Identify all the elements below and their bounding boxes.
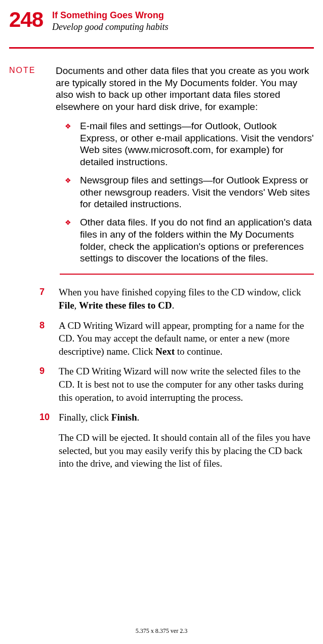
section-title: Develop good computing habits <box>52 21 168 33</box>
page-header: 248 If Something Goes Wrong Develop good… <box>9 9 314 33</box>
note-item-text: E-mail files and settings—for Outlook, O… <box>80 120 314 168</box>
page-container: 248 If Something Goes Wrong Develop good… <box>0 0 323 470</box>
note-list: ❖ E-mail files and settings—for Outlook,… <box>56 120 314 264</box>
step-text-part: . <box>172 300 174 311</box>
step-10: 10 Finally, click Finish. <box>39 411 314 424</box>
step-8: 8 A CD Writing Wizard will appear, promp… <box>39 319 314 358</box>
diamond-bullet-icon: ❖ <box>56 216 80 228</box>
step-9: 9 The CD Writing Wizard will now write t… <box>39 365 314 404</box>
step-number: 9 <box>39 365 59 404</box>
step-text: The CD Writing Wizard will now write the… <box>59 365 314 404</box>
step-number: 8 <box>39 319 59 358</box>
note-label: NOTE <box>9 65 56 75</box>
step-text-part: to continue. <box>175 346 222 357</box>
step-text-part: , <box>74 300 79 311</box>
step-7: 7 When you have finished copying files t… <box>39 286 314 312</box>
step-text: A CD Writing Wizard will appear, prompti… <box>59 319 314 358</box>
step-text-part: When you have finished copying files to … <box>59 287 301 297</box>
step-bold: Next <box>155 346 175 357</box>
page-number: 248 <box>9 9 43 30</box>
step-text-part: Finally, click <box>59 412 111 423</box>
step-number: 10 <box>39 411 59 424</box>
note-item-text: Newsgroup files and settings—for Outlook… <box>80 174 314 210</box>
chapter-title: If Something Goes Wrong <box>52 10 168 21</box>
step-text: Finally, click Finish. <box>59 411 314 424</box>
step-number: 7 <box>39 286 59 312</box>
step-text-part: . <box>137 412 139 423</box>
note-item-text: Other data files. If you do not find an … <box>80 216 314 264</box>
note-item: ❖ Newsgroup files and settings—for Outlo… <box>56 174 314 210</box>
note-item: ❖ Other data files. If you do not find a… <box>56 216 314 264</box>
diamond-bullet-icon: ❖ <box>56 174 80 185</box>
step-bold: Finish <box>111 412 137 423</box>
page-footer: 5.375 x 8.375 ver 2.3 <box>0 627 323 635</box>
header-rule <box>9 47 314 49</box>
note-intro: Documents and other data files that you … <box>56 65 314 113</box>
diamond-bullet-icon: ❖ <box>56 120 80 131</box>
step-bold: File <box>59 300 74 311</box>
step-bold: Write these files to CD <box>79 300 172 311</box>
steps-list: 7 When you have finished copying files t… <box>39 286 314 424</box>
note-end-rule <box>60 274 314 275</box>
note-body: Documents and other data files that you … <box>56 65 314 271</box>
note-item: ❖ E-mail files and settings—for Outlook,… <box>56 120 314 168</box>
step-text: When you have finished copying files to … <box>59 286 314 312</box>
after-steps-paragraph: The CD will be ejected. It should contai… <box>59 431 314 470</box>
note-block: NOTE Documents and other data files that… <box>9 65 314 271</box>
header-text: If Something Goes Wrong Develop good com… <box>52 9 168 33</box>
